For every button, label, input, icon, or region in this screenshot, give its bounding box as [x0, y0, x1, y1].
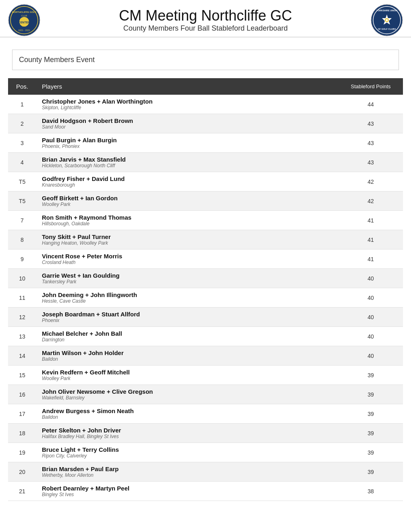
player-name: Godfrey Fisher + David Lund — [42, 175, 333, 182]
points-cell: 40 — [338, 327, 403, 346]
col-header-players: Players — [36, 78, 338, 95]
points-cell: 39 — [338, 404, 403, 424]
leaderboard-table-container: Pos. Players Stableford Points 1Christop… — [8, 78, 403, 501]
table-row: 7Ron Smith + Raymond ThomasHillsborough,… — [8, 211, 403, 230]
pos-cell: 9 — [8, 249, 36, 269]
player-club: Crosland Heath — [42, 260, 333, 265]
player-cell: Andrew Burgess + Simon NeathBaildon — [36, 404, 338, 424]
table-row: 21Robert Dearnley + Martyn PeelBingley S… — [8, 482, 403, 501]
svg-text:CENTEN: CENTEN — [19, 21, 30, 24]
player-name: David Hodgson + Robert Brown — [42, 117, 333, 124]
player-cell: Godfrey Fisher + David LundKnaresborough — [36, 172, 338, 191]
player-name: Bruce Light + Terry Collins — [42, 446, 333, 453]
pos-cell: 10 — [8, 269, 36, 288]
player-cell: Geoff Birkett + Ian GordonWoolley Park — [36, 191, 338, 211]
page-subtitle: County Members Four Ball Stableford Lead… — [119, 24, 292, 33]
pos-cell: 2 — [8, 114, 36, 133]
player-club: Hessle, Cave Castle — [42, 298, 333, 304]
player-club: Woolley Park — [42, 202, 333, 207]
pos-cell: 12 — [8, 308, 36, 327]
player-club: Halifax Bradley Hall, Bingley St Ives — [42, 434, 333, 439]
svg-text:ARY: ARY — [22, 25, 27, 27]
table-row: 11John Deeming + John IllingworthHessle,… — [8, 288, 403, 308]
points-cell: 41 — [338, 211, 403, 230]
points-cell: 40 — [338, 269, 403, 288]
pos-cell: T5 — [8, 172, 36, 191]
table-row: 2David Hodgson + Robert BrownSand Moor43 — [8, 114, 403, 133]
table-row: 12Joseph Boardman + Stuart AllfordPhoeni… — [8, 308, 403, 327]
player-club: Wetherby, Moor Allerton — [42, 472, 333, 478]
table-row: 1Christopher Jones + Alan WorthingtonSki… — [8, 95, 403, 114]
player-name: John Deeming + John Illingworth — [42, 291, 333, 298]
table-row: 10Garrie West + Ian GouldingTankersley P… — [8, 269, 403, 288]
points-cell: 39 — [338, 443, 403, 462]
points-cell: 39 — [338, 366, 403, 385]
pos-cell: 14 — [8, 346, 36, 366]
table-row: T5Godfrey Fisher + David LundKnaresborou… — [8, 172, 403, 191]
svg-point-13 — [386, 19, 388, 21]
points-cell: 38 — [338, 482, 403, 501]
points-cell: 39 — [338, 424, 403, 443]
points-cell: 42 — [338, 172, 403, 191]
svg-text:1921 - 2021: 1921 - 2021 — [18, 29, 30, 31]
player-cell: Kevin Redfern + Geoff MitchellWoolley Pa… — [36, 366, 338, 385]
player-club: Baildon — [42, 356, 333, 362]
logo-left-container: NORTHCLIFFE GOLF CLUB CENTEN ARY 1921 - … — [8, 4, 40, 38]
col-header-points: Stableford Points — [338, 78, 403, 95]
player-club: Skipton, Lightcliffe — [42, 105, 333, 110]
table-row: T5Geoff Birkett + Ian GordonWoolley Park… — [8, 191, 403, 211]
points-cell: 43 — [338, 153, 403, 172]
player-name: Geoff Birkett + Ian Gordon — [42, 195, 333, 202]
player-name: Brian Marsden + Paul Earp — [42, 466, 333, 472]
table-row: 19Bruce Light + Terry CollinsRipon City,… — [8, 443, 403, 462]
points-cell: 41 — [338, 249, 403, 269]
player-cell: Martin Wilson + John HolderBaildon — [36, 346, 338, 366]
pos-cell: 21 — [8, 482, 36, 501]
pos-cell: 19 — [8, 443, 36, 462]
svg-text:YORKSHIRE UNION: YORKSHIRE UNION — [376, 9, 397, 12]
points-cell: 43 — [338, 114, 403, 133]
table-row: 20Brian Marsden + Paul EarpWetherby, Moo… — [8, 462, 403, 482]
pos-cell: 7 — [8, 211, 36, 230]
player-cell: Tony Skitt + Paul TurnerHanging Heaton, … — [36, 230, 338, 249]
player-club: Phoenix — [42, 318, 333, 323]
player-name: Andrew Burgess + Simon Neath — [42, 407, 333, 414]
section-title: County Members Event — [12, 50, 399, 70]
player-name: Christopher Jones + Alan Worthington — [42, 98, 333, 105]
svg-text:NORTHCLIFFE GOLF: NORTHCLIFFE GOLF — [12, 11, 37, 13]
page-header: NORTHCLIFFE GOLF CLUB CENTEN ARY 1921 - … — [0, 0, 411, 37]
player-club: Hillsborough, Oakdale — [42, 221, 333, 227]
pos-cell: T5 — [8, 191, 36, 211]
player-name: Kevin Redfern + Geoff Mitchell — [42, 369, 333, 376]
player-name: Ron Smith + Raymond Thomas — [42, 214, 333, 221]
player-club: Darrington — [42, 337, 333, 343]
player-name: Brian Jarvis + Max Stansfield — [42, 156, 333, 163]
player-cell: Joseph Boardman + Stuart AllfordPhoenix — [36, 308, 338, 327]
player-name: Vincent Rose + Peter Morris — [42, 253, 333, 260]
points-cell: 40 — [338, 346, 403, 366]
player-name: Michael Belcher + John Ball — [42, 330, 333, 337]
header-text-block: CM Meeting Northcliffe GC County Members… — [119, 7, 292, 33]
player-cell: John Deeming + John IllingworthHessle, C… — [36, 288, 338, 308]
player-club: Woolley Park — [42, 376, 333, 381]
table-row: 17Andrew Burgess + Simon NeathBaildon39 — [8, 404, 403, 424]
svg-text:CLUB: CLUB — [21, 15, 27, 17]
table-row: 4Brian Jarvis + Max StansfieldHickleton,… — [8, 153, 403, 172]
pos-cell: 8 — [8, 230, 36, 249]
logo-right-container: YORKSHIRE UNION OF GOLF CLUBS — [371, 4, 403, 38]
player-cell: John Oliver Newsome + Clive GregsonWakef… — [36, 385, 338, 404]
player-club: Tankersley Park — [42, 279, 333, 285]
player-name: Paul Burgin + Alan Burgin — [42, 137, 333, 143]
points-cell: 39 — [338, 462, 403, 482]
pos-cell: 20 — [8, 462, 36, 482]
pos-cell: 3 — [8, 133, 36, 153]
table-row: 14Martin Wilson + John HolderBaildon40 — [8, 346, 403, 366]
player-cell: Garrie West + Ian GouldingTankersley Par… — [36, 269, 338, 288]
table-row: 16John Oliver Newsome + Clive GregsonWak… — [8, 385, 403, 404]
yorkshire-logo: YORKSHIRE UNION OF GOLF CLUBS — [371, 4, 403, 36]
player-club: Wakefield, Barnsley — [42, 395, 333, 401]
player-cell: Peter Skelton + John DriverHalifax Bradl… — [36, 424, 338, 443]
pos-cell: 17 — [8, 404, 36, 424]
player-cell: Ron Smith + Raymond ThomasHillsborough, … — [36, 211, 338, 230]
player-cell: Brian Jarvis + Max StansfieldHickleton, … — [36, 153, 338, 172]
